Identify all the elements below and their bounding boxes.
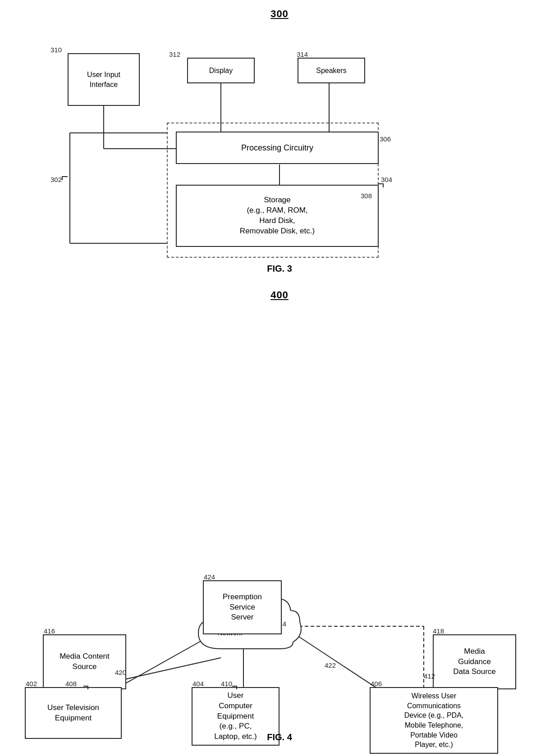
diagram-container: 300 User Input Interface 310 — [0, 0, 559, 748]
box-processing-circuitry: Processing Circuitry — [176, 132, 379, 164]
ref-310: 310 — [50, 46, 62, 54]
box-storage: Storage (e.g., RAM, ROM, Hard Disk, Remo… — [176, 185, 379, 247]
fig3-caption: FIG. 3 — [0, 264, 559, 274]
ref-402: 402 — [26, 680, 37, 688]
ref-420: 420 — [115, 669, 126, 676]
ref304-bracket — [378, 179, 391, 188]
fig3-area: 300 User Input Interface 310 — [0, 0, 559, 279]
ref-308: 308 — [361, 192, 372, 200]
box-user-television-equipment: User Television Equipment — [25, 687, 122, 739]
ref302-bracket — [54, 171, 72, 185]
ref-418: 418 — [433, 627, 444, 635]
box-user-input-interface: User Input Interface — [68, 53, 140, 106]
ref410-bracket — [232, 683, 241, 689]
fig4-caption: FIG. 4 — [0, 732, 559, 742]
ref-406: 406 — [371, 680, 382, 688]
fig3-title: 300 — [0, 0, 559, 20]
ref-404: 404 — [192, 680, 204, 688]
box-display: Display — [187, 58, 255, 83]
ref-314: 314 — [297, 50, 308, 58]
fig4-title: 400 — [221, 285, 338, 301]
box-media-content-source: Media Content Source — [43, 634, 126, 689]
box-media-guidance-data-source: Media Guidance Data Source — [433, 634, 516, 689]
ref-424: 424 — [204, 573, 215, 581]
ref-410: 410 — [221, 680, 232, 688]
ref-306: 306 — [380, 135, 391, 143]
box-speakers: Speakers — [298, 58, 365, 83]
ref-422: 422 — [325, 661, 336, 669]
ref-416: 416 — [44, 627, 55, 635]
fig4-area: 400 Communications Netwo — [0, 279, 559, 748]
box-wireless-user-communications-device: Wireless User Communications Device (e.g… — [370, 687, 498, 754]
ref-312: 312 — [169, 50, 180, 58]
ref-408: 408 — [65, 680, 77, 688]
ref408-bracket — [83, 683, 92, 689]
ref-412: 412 — [424, 672, 435, 680]
box-preemption-service-server: Preemption Service Server — [203, 580, 282, 634]
